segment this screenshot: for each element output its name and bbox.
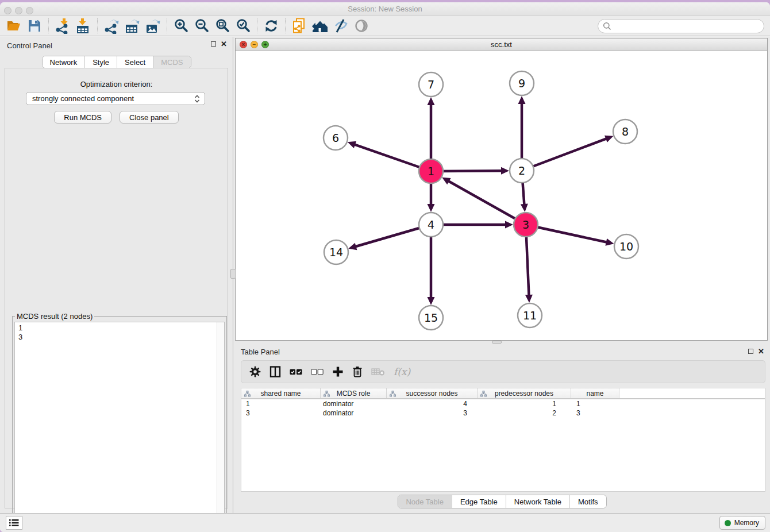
panel-splitter-grip[interactable] [230, 269, 236, 279]
graph-node-label: 8 [622, 125, 629, 138]
app-window: Session: New Session [0, 2, 770, 532]
mcds-result-line: 3 [18, 333, 213, 342]
tab-mcds[interactable]: MCDS [153, 56, 190, 68]
tab-edge-table[interactable]: Edge Table [452, 495, 506, 508]
table-cell[interactable]: 1 [241, 400, 321, 408]
optimization-criterion-label: Optimization criterion: [5, 80, 228, 88]
column-header-name[interactable]: name [571, 388, 619, 398]
add-row-icon[interactable] [332, 366, 344, 377]
table-cell[interactable]: 1 [571, 400, 619, 408]
mcds-result-textarea[interactable]: 13 [14, 322, 225, 532]
zoom-out-icon[interactable] [191, 17, 212, 35]
column-header-shared-name[interactable]: shared name [241, 388, 321, 398]
column-header-label: MCDS role [337, 390, 371, 398]
graph-edge-arrowhead [501, 167, 509, 175]
table-cell[interactable]: 2 [478, 409, 571, 417]
network-maximize-button[interactable]: + [261, 41, 269, 48]
show-columns-icon[interactable] [270, 366, 281, 377]
refresh-icon[interactable] [261, 17, 282, 35]
graph-edge-3-1[interactable] [448, 180, 526, 225]
table-cell[interactable]: 4 [387, 400, 478, 408]
table-row[interactable]: 1dominator411 [241, 399, 765, 408]
tab-style[interactable]: Style [84, 56, 117, 68]
column-header-predecessor-nodes[interactable]: predecessor nodes [478, 388, 571, 398]
toolbar-separator [48, 18, 49, 33]
import-table-icon[interactable] [73, 17, 94, 35]
float-table-panel-icon[interactable] [748, 349, 753, 354]
float-panel-icon[interactable] [211, 41, 216, 47]
birds-eye-view-icon[interactable] [351, 17, 372, 35]
column-header-MCDS-role[interactable]: MCDS role [321, 388, 387, 398]
export-table-icon[interactable] [122, 17, 143, 35]
network-window-title: scc.txt [491, 40, 512, 49]
network-close-button[interactable]: × [240, 41, 247, 48]
search-icon [603, 22, 611, 30]
graph-edge-arrowhead [605, 238, 614, 246]
zoom-in-icon[interactable] [171, 17, 191, 35]
graph-edge-arrowhead [428, 204, 435, 212]
hide-panels-icon[interactable] [310, 17, 330, 35]
clone-network-icon[interactable] [289, 17, 310, 35]
network-window-titlebar[interactable]: × − + scc.txt [236, 38, 767, 51]
table-cell[interactable]: dominator [321, 409, 387, 417]
network-minimize-button[interactable]: − [251, 41, 258, 48]
tab-select[interactable]: Select [117, 56, 153, 68]
close-panel-button[interactable]: Close panel [120, 111, 179, 124]
graph-edge-arrowhead [348, 141, 356, 148]
column-type-icon [324, 391, 330, 397]
column-type-icon [244, 391, 251, 397]
run-mcds-button[interactable]: Run MCDS [54, 111, 111, 124]
function-builder-icon[interactable]: f(x) [394, 366, 410, 377]
result-scrollbar[interactable] [217, 322, 224, 532]
table-panel: Table Panel ✕ [234, 344, 770, 513]
graph-edge-arrowhead [428, 97, 435, 105]
tab-motifs[interactable]: Motifs [569, 495, 606, 508]
window-minimize-button[interactable] [15, 7, 22, 14]
import-network-icon[interactable] [52, 17, 73, 35]
table-row[interactable]: 3dominator323 [241, 408, 765, 418]
task-history-button[interactable] [6, 516, 22, 530]
network-canvas[interactable]: 7968124314101511 [236, 51, 767, 340]
close-panel-icon[interactable]: ✕ [221, 41, 227, 47]
toolbar-separator [167, 18, 167, 33]
search-box[interactable] [598, 19, 764, 33]
graph-node-label: 4 [428, 218, 434, 231]
close-table-panel-icon[interactable]: ✕ [758, 348, 764, 354]
horizontal-splitter-grip[interactable] [492, 341, 502, 344]
zoom-selected-icon[interactable] [233, 17, 253, 35]
mcds-tab-content: Optimization criterion: strongly connect… [5, 68, 228, 508]
table-panel-title: Table Panel [241, 348, 280, 356]
deselect-all-checkboxes-icon[interactable] [311, 368, 324, 376]
export-image-icon[interactable] [143, 17, 163, 35]
optimization-criterion-select[interactable]: strongly connected component [26, 92, 205, 105]
select-all-checkboxes-icon[interactable] [290, 368, 302, 376]
zoom-fit-icon[interactable] [212, 17, 233, 35]
table-cell[interactable]: 1 [478, 400, 571, 408]
export-network-icon[interactable] [101, 17, 122, 35]
graph-node-label: 1 [428, 165, 434, 178]
column-header-successor-nodes[interactable]: successor nodes [387, 388, 478, 398]
window-close-button[interactable] [4, 7, 11, 14]
toolbar-separator [285, 18, 286, 33]
graph-edge-arrowhead [518, 96, 526, 104]
graph-edge-2-8[interactable] [522, 138, 607, 171]
tab-network-table[interactable]: Network Table [506, 495, 569, 508]
table-cell[interactable]: 3 [387, 409, 478, 417]
search-input[interactable] [611, 21, 764, 32]
open-session-icon[interactable] [3, 17, 24, 35]
tab-network[interactable]: Network [42, 56, 84, 68]
show-hide-graphics-icon[interactable] [330, 17, 351, 35]
tab-node-table[interactable]: Node Table [398, 495, 452, 508]
window-zoom-button[interactable] [26, 7, 33, 14]
table-cell[interactable]: dominator [321, 400, 387, 408]
column-header-label: successor nodes [406, 390, 457, 398]
table-settings-icon[interactable] [249, 366, 261, 377]
column-header-label: name [586, 390, 603, 398]
save-session-icon[interactable] [24, 17, 45, 35]
delete-table-icon[interactable] [371, 367, 385, 376]
table-cell[interactable]: 3 [571, 409, 619, 417]
delete-row-icon[interactable] [352, 366, 363, 377]
table-cell[interactable]: 3 [241, 409, 321, 417]
memory-button[interactable]: Memory [719, 516, 765, 530]
chevron-updown-icon [194, 94, 200, 103]
